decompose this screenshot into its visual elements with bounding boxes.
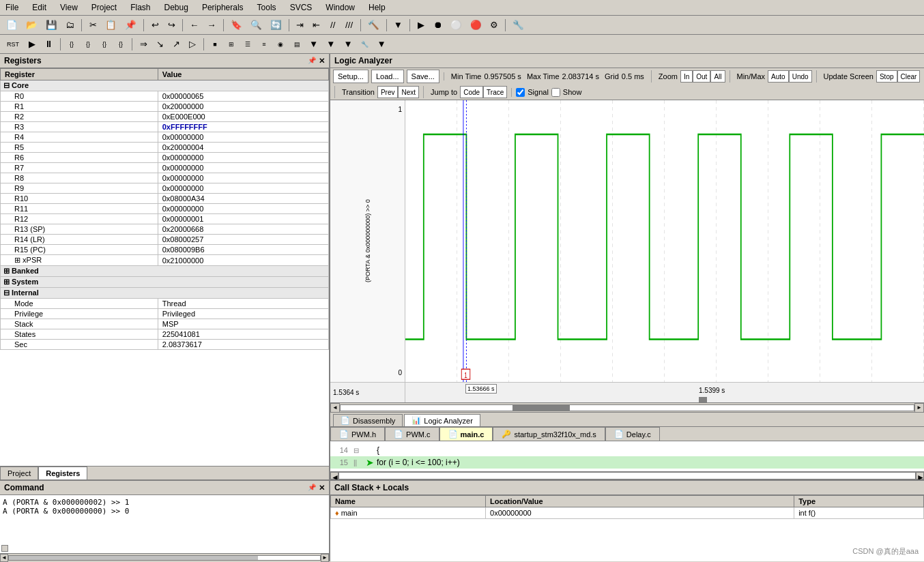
la-auto-btn[interactable]: Auto [768,70,789,83]
reg-r11-val[interactable]: 0x00000000 [158,204,328,214]
build-btn[interactable]: 🔨 [364,18,383,33]
debug-config-btn[interactable]: ⚙ [487,18,502,33]
reg-mode-val[interactable]: Thread [158,299,328,309]
step-over-btn[interactable]: ⇒ [136,37,151,52]
menu-flash[interactable]: Flash [128,1,153,14]
periph-btn[interactable]: ▼ [306,37,321,52]
bookmark-btn[interactable]: 🔖 [227,18,246,33]
file-tab-delayc[interactable]: 📄 Delay.c [605,427,660,441]
la-scroll-track[interactable] [340,404,914,411]
reg-xpsr-val[interactable]: 0x21000000 [158,255,328,266]
menu-tools[interactable]: Tools [255,1,279,14]
la-trace-btn[interactable]: Trace [483,86,507,98]
target-select[interactable]: ▼ [390,18,406,33]
watch-btn2[interactable]: {} [81,37,96,52]
sym-btn[interactable]: ☰ [240,37,255,52]
reg-r12-val[interactable]: 0x00000001 [158,214,328,224]
scroll-left-btn[interactable]: ◄ [0,554,8,562]
debug-stop-btn[interactable]: ⚪ [447,18,465,33]
la-code-btn[interactable]: Code [460,86,483,98]
expand-banked-icon[interactable]: ⊞ [3,267,10,275]
expand-internal-icon[interactable]: ⊟ [3,289,10,297]
paste-btn[interactable]: 📌 [121,18,140,33]
reg-r10-val[interactable]: 0x08000A34 [158,194,328,204]
unindent-btn[interactable]: ⇤ [309,18,324,33]
reg-r15-val[interactable]: 0x080009B6 [158,245,328,255]
menu-peripherals[interactable]: Peripherals [199,1,246,14]
menu-file[interactable]: File [3,1,21,14]
reg-r0-val[interactable]: 0x00000065 [158,91,328,102]
settings-btn[interactable]: 🔧 [509,18,528,33]
save-all-btn[interactable]: 🗂 [62,18,78,33]
redo-btn[interactable]: ↪ [164,18,179,33]
rst-btn[interactable]: RST [3,37,23,52]
comment-btn[interactable]: // [326,18,341,33]
debug-run-btn[interactable]: ▶ [25,37,40,52]
debug-pause-btn[interactable]: ⏸ [41,37,57,52]
file-tab-startup[interactable]: 🔑 startup_stm32f10x_md.s [493,427,605,441]
watch-window-btn[interactable]: ◉ [273,37,288,52]
reg-btn[interactable]: ≡ [257,37,272,52]
replace-btn[interactable]: 🔄 [267,18,285,33]
scroll-right-btn[interactable]: ► [321,554,329,562]
indent-btn[interactable]: ⇥ [293,18,308,33]
run-to-cursor-btn[interactable]: ▷ [185,37,200,52]
fold-14[interactable]: ⊟ [353,447,363,454]
la-zoom-in-btn[interactable]: In [680,70,693,83]
code-scroll-right[interactable]: ► [916,472,924,479]
la-save-btn[interactable]: Save... [407,70,439,83]
watch-btn4[interactable]: {} [113,37,128,52]
command-close-icon[interactable]: ✕ [319,484,325,492]
scroll-up-btn[interactable] [1,545,8,552]
la-load-btn[interactable]: Load... [371,70,404,83]
scroll-track[interactable] [8,555,321,561]
la-prev-btn[interactable]: Prev [377,86,399,98]
stack-btn[interactable]: ▼ [323,37,338,52]
la-clear-btn[interactable]: Clear [897,70,921,83]
reg-r7-val[interactable]: 0x00000000 [158,163,328,173]
watch-btn3[interactable]: {} [97,37,112,52]
command-pin-icon[interactable]: 📌 [308,484,316,492]
la-signal-checkbox[interactable] [516,88,525,97]
undo-btn[interactable]: ↩ [147,18,162,33]
cut-btn[interactable]: ✂ [85,18,100,33]
reg-r13-val[interactable]: 0x20000668 [158,224,328,235]
la-scroll-right[interactable]: ► [914,403,924,413]
code-scroll-track[interactable] [338,472,916,479]
reg-states-val[interactable]: 225041081 [158,329,328,340]
la-next-btn[interactable]: Next [398,86,419,98]
expand-core-icon[interactable]: ⊟ [3,81,10,89]
file-tab-pwmc[interactable]: 📄 PWM.c [385,427,439,441]
reg-r1-val[interactable]: 0x20000000 [158,102,328,112]
nav-fwd-btn[interactable]: → [203,18,219,33]
expand-xpsr-icon[interactable]: ⊞ [14,256,20,264]
open-btn[interactable]: 📂 [23,18,41,33]
nav-back-btn[interactable]: ← [186,18,202,33]
la-show-checkbox[interactable] [551,88,560,97]
debug-break-btn[interactable]: 🔴 [467,18,485,33]
file-tab-mainc[interactable]: 📄 main.c [439,427,493,441]
menu-help[interactable]: Help [366,1,388,14]
copy-btn[interactable]: 📋 [102,18,120,33]
la-setup-btn[interactable]: Setup... [333,70,369,83]
reg-r3-val[interactable]: 0xFFFFFFFF [158,122,328,132]
la-undo-btn[interactable]: Undo [789,70,812,83]
reg-priv-val[interactable]: Privileged [158,309,328,319]
step-into-btn[interactable]: ↘ [152,37,167,52]
more-btn[interactable]: 🔧 [358,37,373,52]
tab-registers[interactable]: Registers [38,467,87,479]
tab-logic-analyzer[interactable]: 📊 Logic Analyzer [404,414,480,426]
la-zoom-all-btn[interactable]: All [710,70,725,83]
tab-project[interactable]: Project [0,467,38,479]
menu-project[interactable]: Project [89,1,119,14]
reg-stack-val[interactable]: MSP [158,319,328,329]
menu-edit[interactable]: Edit [29,1,49,14]
find-btn[interactable]: 🔍 [247,18,265,33]
tab-disassembly[interactable]: 📄 Disassembly [333,414,403,426]
expand-system-icon[interactable]: ⊞ [3,278,10,286]
scroll-thumb[interactable] [9,556,258,560]
cmd-window-btn[interactable]: ■ [207,37,222,52]
watch-btn1[interactable]: {} [64,37,79,52]
reg-r14-val[interactable]: 0x08000257 [158,235,328,245]
menu-view[interactable]: View [57,1,81,14]
